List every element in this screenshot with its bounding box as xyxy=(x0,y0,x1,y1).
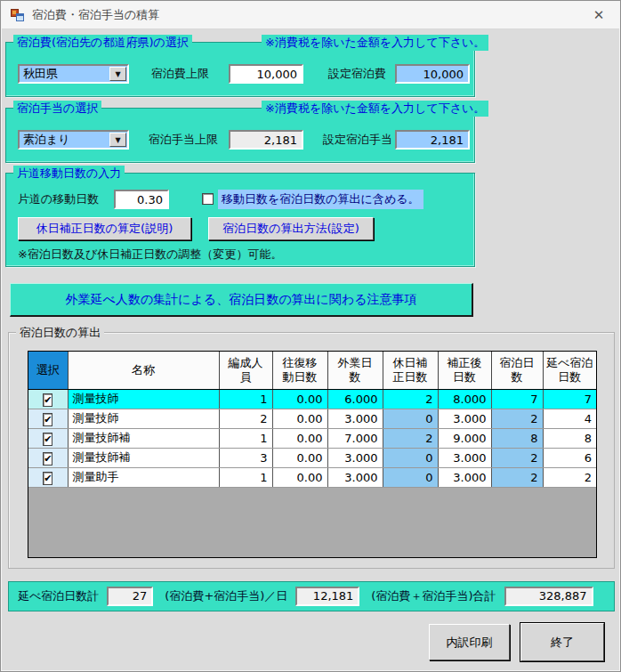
cell-fielddays: 3.000 xyxy=(327,448,383,467)
col-corrected: 補正後 日数 xyxy=(438,352,491,389)
prefecture-select[interactable]: 秋田県 ▼ xyxy=(18,64,129,84)
cell-staydays[interactable]: 2 xyxy=(491,448,543,467)
cell-staydays[interactable]: 2 xyxy=(491,409,543,428)
cell-holidaycorr[interactable]: 0 xyxy=(383,467,438,487)
per-day-label: (宿泊費+宿泊手当)／日 xyxy=(165,588,287,604)
set-lodging-label: 設定宿泊費 xyxy=(328,64,386,84)
grand-total-value: 328,887 xyxy=(504,587,593,606)
notice-button[interactable]: 外業延べ人数の集計による、宿泊日数の算出に関わる注意事項 xyxy=(10,283,473,317)
stay-type-select[interactable]: 素泊まり ▼ xyxy=(18,130,129,150)
cell-fielddays: 3.000 xyxy=(327,467,383,487)
stay-days-group-title: 宿泊日数の算出 xyxy=(16,325,104,341)
col-fielddays: 外業日 数 xyxy=(327,352,383,389)
col-roundtrip: 往復移 動日数 xyxy=(272,352,327,389)
cell-members: 1 xyxy=(219,428,272,448)
stay-days-grid: 選択 名称 編成人 員 往復移 動日数 外業日 数 休日補 正日数 補正後 日数… xyxy=(28,351,597,558)
col-totalstay: 延べ宿泊 日数 xyxy=(543,352,596,389)
summary-bar: 延べ宿泊日数計 27 (宿泊費+宿泊手当)／日 12,181 (宿泊費＋宿泊手当… xyxy=(8,581,615,611)
table-row[interactable]: ✔ 測量技師補 3 0.00 3.000 0 3.000 2 6 xyxy=(28,448,596,467)
cell-holidaycorr[interactable]: 2 xyxy=(383,389,438,409)
col-staydays: 宿泊日 数 xyxy=(491,352,543,389)
cell-corrected: 3.000 xyxy=(438,467,491,487)
cell-totalstay: 8 xyxy=(543,428,596,448)
col-holidaycorr: 休日補 正日数 xyxy=(383,352,438,389)
table-row[interactable]: ✔ 測量技師 1 0.00 6.000 2 8.000 7 7 xyxy=(28,389,596,409)
cell-members: 1 xyxy=(219,389,272,409)
col-members: 編成人 員 xyxy=(219,352,272,389)
row-checkbox[interactable]: ✔ xyxy=(43,472,52,485)
set-lodging-input[interactable] xyxy=(395,64,470,84)
cell-name: 測量技師 xyxy=(68,389,219,409)
row-checkbox[interactable]: ✔ xyxy=(43,452,52,466)
table-row[interactable]: ✔ 測量技師補 1 0.00 7.000 2 9.000 8 8 xyxy=(28,428,596,448)
exit-button[interactable]: 終了 xyxy=(520,623,604,661)
cell-corrected: 8.000 xyxy=(438,389,491,409)
allowance-panel: 宿泊手当の選択 ※消費税を除いた金額を入力して下さい。 素泊まり ▼ 宿泊手当上… xyxy=(5,108,475,163)
cell-members: 3 xyxy=(219,448,272,467)
travel-days-input[interactable] xyxy=(114,190,169,209)
cell-fielddays: 3.000 xyxy=(327,409,383,428)
app-form-icon xyxy=(11,8,25,22)
adjustment-note: ※宿泊日数及び休日補正日数の調整（変更）可能。 xyxy=(18,245,283,264)
cell-holidaycorr[interactable]: 0 xyxy=(383,409,438,428)
cell-roundtrip: 0.00 xyxy=(272,448,327,467)
cell-staydays[interactable]: 7 xyxy=(491,389,543,409)
cell-corrected: 9.000 xyxy=(438,428,491,448)
cell-totalstay: 4 xyxy=(543,409,596,428)
cell-staydays[interactable]: 8 xyxy=(491,428,543,448)
lodging-limit-input[interactable] xyxy=(229,64,303,84)
holiday-correction-button[interactable]: 休日補正日数の算定(説明) xyxy=(18,217,191,240)
tax-note: ※消費税を除いた金額を入力して下さい。 xyxy=(262,35,488,51)
cell-corrected: 3.000 xyxy=(438,448,491,467)
window-title: 宿泊費・宿泊手当の積算 xyxy=(32,7,159,23)
cell-totalstay: 7 xyxy=(543,389,596,409)
cell-roundtrip: 0.00 xyxy=(272,467,327,487)
include-travel-checkbox-label: 移動日数を宿泊日数の算出に含める。 xyxy=(218,190,423,209)
cell-fielddays: 7.000 xyxy=(327,428,383,448)
cell-corrected: 3.000 xyxy=(438,409,491,428)
per-day-value: 12,181 xyxy=(295,587,359,606)
set-allowance-input[interactable] xyxy=(395,130,470,150)
stay-days-table: 選択 名称 編成人 員 往復移 動日数 外業日 数 休日補 正日数 補正後 日数… xyxy=(28,352,596,488)
table-row[interactable]: ✔ 測量助手 1 0.00 3.000 0 3.000 2 2 xyxy=(28,467,596,487)
row-checkbox[interactable]: ✔ xyxy=(43,433,52,446)
allowance-panel-title: 宿泊手当の選択 xyxy=(13,101,101,117)
lodging-fee-panel: 宿泊費(宿泊先の都道府県)の選択 ※消費税を除いた金額を入力して下さい。 秋田県… xyxy=(5,42,475,97)
total-stay-value: 27 xyxy=(107,587,153,606)
travel-days-panel: 片道移動日数の入力 片道の移動日数 移動日数を宿泊日数の算出に含める。 休日補正… xyxy=(5,173,475,267)
allowance-limit-input[interactable] xyxy=(229,130,303,150)
table-header-row: 選択 名称 編成人 員 往復移 動日数 外業日 数 休日補 正日数 補正後 日数… xyxy=(28,352,596,389)
cell-members: 1 xyxy=(219,467,272,487)
col-select: 選択 xyxy=(28,352,68,389)
stay-type-value: 素泊まり xyxy=(20,132,109,148)
cell-staydays[interactable]: 2 xyxy=(491,467,543,487)
tax-note-2: ※消費税を除いた金額を入力して下さい。 xyxy=(262,101,488,117)
lodging-limit-label: 宿泊費上限 xyxy=(151,64,209,84)
col-name: 名称 xyxy=(68,352,219,389)
cell-totalstay: 6 xyxy=(543,448,596,467)
cell-roundtrip: 0.00 xyxy=(272,409,327,428)
cell-members: 2 xyxy=(219,409,272,428)
close-icon[interactable]: ✕ xyxy=(587,7,610,23)
table-row[interactable]: ✔ 測量技師 2 0.00 3.000 0 3.000 2 4 xyxy=(28,409,596,428)
cell-name: 測量助手 xyxy=(68,467,219,487)
stay-days-group: 宿泊日数の算出 選択 名称 編成人 員 往復移 動日数 外業日 数 休日補 正日… xyxy=(8,332,615,569)
cell-holidaycorr[interactable]: 2 xyxy=(383,428,438,448)
travel-days-label: 片道の移動日数 xyxy=(18,190,99,209)
set-allowance-label: 設定宿泊手当 xyxy=(323,130,392,150)
calc-method-button[interactable]: 宿泊日数の算出方法(設定) xyxy=(208,217,374,240)
row-checkbox[interactable]: ✔ xyxy=(43,393,52,407)
title-bar: 宿泊費・宿泊手当の積算 ✕ xyxy=(2,2,619,29)
chevron-down-icon[interactable]: ▼ xyxy=(109,133,126,147)
cell-name: 測量技師補 xyxy=(68,428,219,448)
cell-holidaycorr[interactable]: 0 xyxy=(383,448,438,467)
include-travel-checkbox[interactable] xyxy=(202,193,214,205)
lodging-fee-panel-title: 宿泊費(宿泊先の都道府県)の選択 xyxy=(13,35,192,51)
travel-days-panel-title: 片道移動日数の入力 xyxy=(13,166,125,182)
chevron-down-icon[interactable]: ▼ xyxy=(109,67,126,81)
print-breakdown-button[interactable]: 内訳印刷 xyxy=(429,624,510,660)
cell-roundtrip: 0.00 xyxy=(272,428,327,448)
row-checkbox[interactable]: ✔ xyxy=(43,413,52,426)
cell-name: 測量技師補 xyxy=(68,448,219,467)
allowance-limit-label: 宿泊手当上限 xyxy=(149,130,218,150)
